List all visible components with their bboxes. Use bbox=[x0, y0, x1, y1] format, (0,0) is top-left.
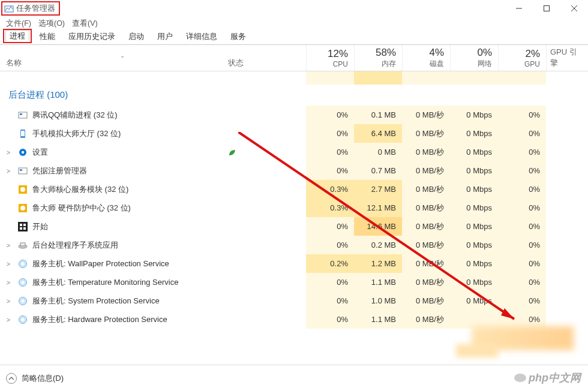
col-memory[interactable]: 58% 内存 bbox=[354, 45, 402, 71]
col-name[interactable]: 名称 ⌄ bbox=[0, 45, 228, 71]
col-gpu-engine[interactable]: GPU 引擎 bbox=[546, 45, 582, 71]
cell-network: 0 Mbps bbox=[450, 106, 498, 124]
tab-processes[interactable]: 进程 bbox=[5, 30, 29, 42]
cell-memory: 6.4 MB bbox=[354, 124, 402, 143]
cell-network: 0 Mbps bbox=[450, 236, 498, 254]
group-background[interactable]: 后台进程 (100) bbox=[0, 85, 588, 106]
chevron-up-icon[interactable] bbox=[6, 373, 17, 384]
svg-rect-20 bbox=[20, 227, 22, 230]
col-cpu[interactable]: 12% CPU bbox=[306, 45, 354, 71]
col-disk[interactable]: 4% 磁盘 bbox=[402, 45, 450, 71]
col-network[interactable]: 0% 网络 bbox=[450, 45, 498, 71]
table-row[interactable]: 鲁大师核心服务模块 (32 位)0.3%2.7 MB0 MB/秒0 Mbps0% bbox=[0, 180, 588, 198]
table-row[interactable]: >服务主机: WallPaper Protection Service0.2%1… bbox=[0, 254, 588, 273]
expand-toggle[interactable]: > bbox=[0, 260, 17, 267]
table-row[interactable]: >服务主机: Hardware Protection Service0%1.1 … bbox=[0, 310, 588, 329]
svg-point-27 bbox=[22, 281, 25, 284]
cell-network: 0 Mbps bbox=[450, 161, 498, 180]
mem-label: 内存 bbox=[382, 59, 396, 69]
table-row[interactable]: >服务主机: Temperature Monitoring Service0%1… bbox=[0, 273, 588, 291]
titlebar-highlight: 任务管理器 bbox=[1, 1, 60, 16]
menu-view[interactable]: 查看(V) bbox=[70, 18, 100, 29]
process-name: 开始 bbox=[17, 221, 228, 232]
menu-file[interactable]: 文件(F) bbox=[4, 18, 34, 29]
svg-point-29 bbox=[22, 299, 25, 302]
tab-performance[interactable]: 性能 bbox=[33, 29, 62, 44]
table-row[interactable]: 腾讯QQ辅助进程 (32 位)0%0.1 MB0 MB/秒0 Mbps0% bbox=[0, 106, 588, 124]
cell-cpu: 0.3% bbox=[306, 198, 354, 217]
process-name: 服务主机: System Protection Service bbox=[17, 296, 228, 306]
cell-cpu: 0% bbox=[306, 161, 354, 180]
net-label: 网络 bbox=[478, 59, 492, 69]
process-icon bbox=[17, 240, 29, 250]
disk-label: 磁盘 bbox=[430, 59, 444, 69]
cell-disk: 0 MB/秒 bbox=[402, 143, 450, 161]
cell-cpu: 0% bbox=[306, 236, 354, 254]
tab-services[interactable]: 服务 bbox=[224, 29, 253, 44]
watermark: php中文网 bbox=[514, 371, 581, 385]
process-name-text: 服务主机: Hardware Protection Service bbox=[32, 314, 167, 325]
php-logo-icon bbox=[514, 371, 527, 384]
expand-toggle[interactable]: > bbox=[0, 316, 17, 323]
cell-disk: 0 MB/秒 bbox=[402, 198, 450, 217]
tab-apphistory[interactable]: 应用历史记录 bbox=[62, 29, 122, 44]
table-row[interactable]: >设置0%0 MB0 MB/秒0 Mbps0% bbox=[0, 143, 588, 161]
cell-gpu: 0% bbox=[498, 310, 546, 329]
process-name: 服务主机: WallPaper Protection Service bbox=[17, 258, 228, 269]
process-icon bbox=[17, 296, 29, 306]
minimize-button[interactable] bbox=[505, 0, 533, 17]
expand-toggle[interactable]: > bbox=[0, 242, 17, 249]
svg-rect-23 bbox=[20, 243, 25, 246]
expand-toggle[interactable]: > bbox=[0, 167, 17, 175]
cell-cpu: 0.3% bbox=[306, 180, 354, 198]
svg-rect-19 bbox=[23, 224, 26, 226]
table-row[interactable]: 手机模拟大师大厅 (32 位)0%6.4 MB0 MB/秒0 Mbps0% bbox=[0, 124, 588, 143]
cell-network: 0 Mbps bbox=[450, 217, 498, 236]
process-name-text: 服务主机: WallPaper Protection Service bbox=[32, 258, 169, 269]
process-name-text: 鲁大师核心服务模块 (32 位) bbox=[32, 184, 128, 195]
expand-toggle[interactable]: > bbox=[0, 149, 17, 156]
cell-gpu: 0% bbox=[498, 180, 546, 198]
table-row[interactable]: >凭据注册管理器0%0.7 MB0 MB/秒0 Mbps0% bbox=[0, 161, 588, 180]
cell-network bbox=[450, 310, 498, 329]
cell-memory: 1.0 MB bbox=[354, 291, 402, 310]
col-gpu[interactable]: 2% GPU bbox=[498, 45, 546, 71]
process-icon bbox=[17, 148, 29, 157]
cell-network: 0 Mbps bbox=[450, 143, 498, 161]
table-row[interactable]: 开始0%14.6 MB0 MB/秒0 Mbps0% bbox=[0, 217, 588, 236]
cell-cpu: 0% bbox=[306, 310, 354, 329]
fewer-details-button[interactable]: 简略信息(D) bbox=[22, 373, 64, 384]
table-row[interactable]: >服务主机: System Protection Service0%1.0 MB… bbox=[0, 291, 588, 310]
menu-options[interactable]: 选项(O) bbox=[36, 18, 67, 29]
process-name-text: 凭据注册管理器 bbox=[32, 166, 87, 176]
close-button[interactable] bbox=[560, 0, 588, 17]
process-name-text: 开始 bbox=[32, 221, 48, 232]
svg-rect-18 bbox=[20, 224, 22, 226]
process-table: 后台进程 (100) 腾讯QQ辅助进程 (32 位)0%0.1 MB0 MB/秒… bbox=[0, 71, 588, 329]
cell-gpu: 0% bbox=[498, 198, 546, 217]
cell-cpu: 0% bbox=[306, 106, 354, 124]
tab-strip: 进程 性能 应用历史记录 启动 用户 详细信息 服务 bbox=[0, 30, 588, 45]
tab-users[interactable]: 用户 bbox=[151, 29, 179, 44]
expand-toggle[interactable]: > bbox=[0, 279, 17, 286]
maximize-button[interactable] bbox=[533, 0, 560, 17]
svg-point-34 bbox=[514, 374, 526, 382]
process-name-text: 服务主机: System Protection Service bbox=[32, 296, 160, 306]
tab-startup[interactable]: 启动 bbox=[122, 29, 151, 44]
table-row[interactable]: 鲁大师 硬件防护中心 (32 位)0.3%12.1 MB0 MB/秒0 Mbps… bbox=[0, 198, 588, 217]
process-name: 设置 bbox=[17, 147, 228, 158]
expand-toggle[interactable]: > bbox=[0, 297, 17, 305]
cell-memory: 1.1 MB bbox=[354, 310, 402, 329]
column-headers: 名称 ⌄ 状态 12% CPU 58% 内存 4% 磁盘 0% 网络 2% GP… bbox=[0, 45, 588, 71]
table-row[interactable]: >后台处理程序子系统应用0%0.2 MB0 MB/秒0 Mbps0% bbox=[0, 236, 588, 254]
chevron-down-icon: ⌄ bbox=[120, 52, 125, 59]
cell-gpu: 0% bbox=[498, 161, 546, 180]
tab-details[interactable]: 详细信息 bbox=[179, 29, 224, 44]
process-name: 腾讯QQ辅助进程 (32 位) bbox=[17, 110, 228, 121]
cell-cpu: 0% bbox=[306, 273, 354, 291]
col-status[interactable]: 状态 bbox=[228, 45, 306, 71]
process-icon bbox=[17, 222, 29, 231]
svg-point-10 bbox=[22, 151, 24, 153]
cell-memory: 0.1 MB bbox=[354, 106, 402, 124]
cell-memory: 1.1 MB bbox=[354, 273, 402, 291]
